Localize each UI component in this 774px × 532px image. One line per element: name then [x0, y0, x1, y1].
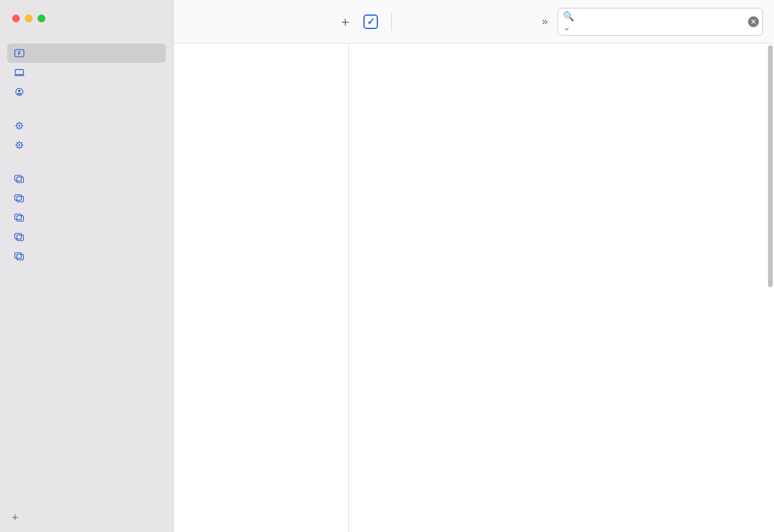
sidebar-item-classic[interactable] [7, 169, 166, 189]
svg-line-23 [21, 147, 22, 148]
sidebar-item-simplified-chinese[interactable] [7, 116, 166, 135]
overflow-button[interactable]: » [538, 15, 551, 28]
sidebar-footer: ＋ [0, 504, 173, 532]
font-family-list[interactable] [174, 44, 349, 532]
sidebar-item-fun[interactable] [7, 189, 166, 208]
add-font-button[interactable]: ＋ [336, 13, 355, 30]
title-block [184, 21, 305, 22]
svg-point-7 [19, 125, 21, 127]
svg-rect-26 [15, 175, 22, 181]
zoom-window-button[interactable] [37, 15, 45, 22]
sidebar-item-web[interactable] [7, 208, 166, 227]
svg-rect-27 [17, 177, 24, 183]
close-window-button[interactable] [12, 15, 20, 22]
svg-rect-33 [17, 235, 24, 241]
sidebar-group-collections [7, 155, 166, 169]
sidebar-item-computer[interactable] [7, 63, 166, 82]
collection-icon [13, 212, 25, 223]
toolbar-divider [391, 13, 392, 31]
svg-line-25 [16, 147, 17, 148]
svg-line-13 [21, 128, 22, 128]
sidebar-item-user[interactable] [7, 82, 166, 102]
content-area [174, 44, 774, 532]
sidebar-group-smart [7, 102, 166, 116]
search-icon: 🔍⌄ [563, 11, 577, 33]
laptop-icon [13, 67, 25, 78]
sidebar-list: F [0, 44, 173, 504]
svg-rect-32 [15, 233, 22, 239]
svg-line-24 [21, 142, 22, 143]
svg-text:F: F [18, 50, 21, 56]
scrollbar[interactable] [768, 45, 773, 287]
add-collection-button[interactable]: ＋ [8, 510, 22, 524]
window-controls [0, 0, 173, 44]
svg-line-14 [21, 123, 22, 123]
sidebar-item-all-fonts[interactable]: F [7, 44, 166, 63]
clear-search-button[interactable]: ✕ [748, 16, 759, 27]
svg-line-15 [16, 128, 17, 128]
svg-point-17 [19, 144, 21, 146]
collection-icon [13, 193, 25, 204]
sidebar: F [0, 0, 174, 532]
check-icon: ✓ [363, 15, 378, 29]
search-input[interactable] [577, 16, 748, 28]
svg-rect-35 [17, 255, 24, 260]
svg-rect-30 [15, 214, 22, 219]
enable-font-toggle[interactable]: ✓ [361, 13, 380, 30]
svg-rect-28 [15, 195, 22, 200]
svg-rect-2 [15, 70, 23, 74]
sidebar-item-fixed-width[interactable] [7, 135, 166, 155]
user-icon [13, 86, 25, 97]
minimize-window-button[interactable] [25, 15, 33, 22]
toolbar: ＋ ✓ » 🔍⌄ ✕ [174, 0, 774, 44]
sidebar-item-modern[interactable] [7, 227, 166, 247]
search-field[interactable]: 🔍⌄ ✕ [558, 8, 763, 36]
gear-icon [13, 120, 25, 131]
font-details-panel[interactable] [349, 44, 774, 532]
sidebar-item-pdf[interactable] [7, 247, 166, 266]
font-icon: F [13, 48, 25, 59]
svg-rect-31 [17, 216, 24, 221]
main-panel: ＋ ✓ » 🔍⌄ ✕ [174, 0, 774, 532]
collection-icon [13, 174, 25, 184]
collection-icon [13, 251, 25, 262]
svg-line-22 [16, 142, 17, 143]
svg-rect-34 [15, 253, 22, 258]
collection-icon [13, 232, 25, 242]
svg-line-12 [16, 123, 17, 123]
svg-rect-29 [17, 196, 24, 202]
svg-point-5 [18, 89, 21, 92]
gear-icon [13, 140, 25, 151]
